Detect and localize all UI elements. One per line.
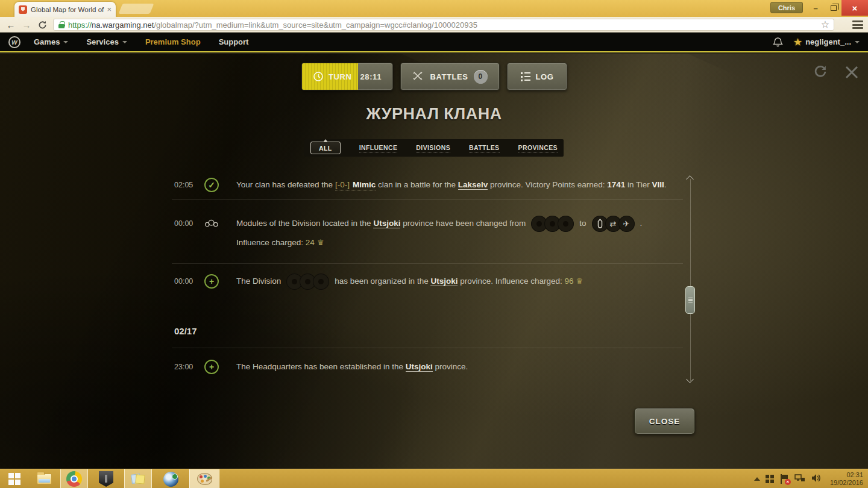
paint-button[interactable]	[189, 469, 219, 488]
chrome-icon	[66, 471, 82, 487]
bookmark-star-icon[interactable]: ☆	[821, 19, 829, 31]
entry-time: 00:00	[174, 272, 193, 291]
url-host: na.wargaming.net	[92, 20, 154, 30]
action-center-flag-icon[interactable]: ×	[779, 474, 789, 484]
browser-profile-button[interactable]: Chris	[770, 2, 803, 13]
scroll-up-icon[interactable]	[686, 175, 694, 183]
browser-menu-icon[interactable]	[852, 20, 863, 29]
turn-button[interactable]: TURN 28:11	[301, 63, 393, 90]
entry-divider	[172, 348, 683, 348]
nav-premium-shop[interactable]: Premium Shop	[145, 37, 201, 46]
entry-text: The Divisionhas been organized in the Ut…	[236, 272, 670, 291]
log-button[interactable]: LOG	[507, 63, 567, 90]
province-link[interactable]: Utsjoki	[430, 277, 458, 286]
refresh-log-button[interactable]	[812, 63, 829, 80]
scroll-down-icon[interactable]	[686, 375, 694, 383]
system-tray: × 02:31 19/02/2016	[754, 469, 868, 488]
province-link[interactable]: Utsjoki	[406, 362, 433, 372]
sticky-notes-button[interactable]	[124, 469, 152, 488]
tab-battles[interactable]: BATTLES	[469, 144, 499, 152]
daemon-tools-button[interactable]	[157, 469, 184, 488]
province-link[interactable]: Lakselv	[458, 180, 488, 190]
victory-points-value: 1741	[607, 180, 625, 189]
log-text-segment: Your clan has defeated the	[236, 180, 335, 189]
module-slot-plane-icon: ✈	[618, 216, 635, 232]
taskbar-clock[interactable]: 02:31 19/02/2016	[830, 471, 863, 487]
close-button[interactable]: CLOSE	[634, 408, 695, 434]
victory-check-icon: ✓	[204, 178, 219, 192]
volume-icon[interactable]	[811, 474, 821, 485]
close-overlay-icon[interactable]	[843, 63, 861, 81]
entry-time: 02:05	[174, 175, 193, 195]
nav-services-label: Services	[86, 37, 119, 46]
window-restore-button[interactable]	[826, 0, 841, 16]
tray-windows-icon[interactable]	[766, 475, 774, 483]
user-menu[interactable]: ★ negligent_...	[794, 37, 860, 48]
clan-link[interactable]: [-0-]Mimic	[335, 180, 376, 190]
sticky-notes-icon	[131, 473, 145, 485]
scrollbar-thumb[interactable]	[685, 286, 695, 314]
notification-bell-icon[interactable]	[773, 37, 783, 48]
log-text-segment: Modules of the Division located in the	[236, 219, 373, 228]
window-close-button[interactable]: ×	[841, 0, 868, 16]
forward-button[interactable]: →	[20, 19, 33, 31]
tab-provinces[interactable]: PROVINCES	[518, 144, 558, 152]
nav-games-label: Games	[34, 37, 60, 46]
browser-tab[interactable]: Global Map for World of T ×	[14, 2, 116, 17]
url-scheme: https://	[68, 20, 92, 30]
log-entry: 00:00 + The Divisionhas been organized i…	[174, 272, 684, 291]
clock-icon	[313, 71, 324, 82]
new-tab-button[interactable]	[119, 4, 154, 14]
network-icon[interactable]	[794, 474, 805, 485]
reload-button[interactable]	[36, 19, 48, 31]
influence-value: 96	[565, 277, 574, 286]
module-slots	[286, 272, 329, 291]
nav-games[interactable]: Games	[34, 37, 68, 46]
entry-divider	[172, 199, 683, 200]
reload-icon	[38, 20, 47, 30]
address-bar[interactable]: https://na.wargaming.net/globalmap/?utm_…	[53, 19, 834, 31]
paint-palette-icon	[197, 473, 212, 485]
site-nav: Games Services Premium Shop Support	[34, 37, 248, 46]
file-explorer-button[interactable]	[31, 469, 57, 488]
url-text: https://na.wargaming.net/globalmap/?utm_…	[68, 20, 477, 30]
plus-circle-icon: +	[204, 274, 219, 289]
show-hidden-icons-button[interactable]	[754, 477, 760, 481]
windows-logo-icon	[8, 473, 20, 485]
log-text-segment: The Headquarters has been established in…	[236, 362, 406, 371]
log-text-segment: province.	[433, 362, 468, 371]
scrollbar-track[interactable]	[690, 179, 691, 381]
tab-divisions[interactable]: DIVISIONS	[416, 144, 450, 152]
ssl-lock-icon[interactable]	[58, 21, 64, 28]
clan-tag: [-0-]	[335, 180, 350, 189]
back-button[interactable]: ←	[5, 19, 17, 31]
clan-emblem-icon: ★	[794, 37, 802, 48]
wargaming-logo-icon[interactable]: w	[8, 36, 20, 48]
log-filter-tabs: ALL INFLUENCE DIVISIONS BATTLES PROVINCE…	[304, 139, 564, 157]
crossed-swords-icon	[412, 71, 424, 82]
turn-button-content: TURN 28:11	[313, 71, 382, 82]
province-link[interactable]: Utsjoki	[373, 219, 400, 228]
log-label: LOG	[536, 72, 554, 81]
error-badge: ×	[785, 479, 791, 485]
tab-influence[interactable]: INFLUENCE	[359, 144, 398, 152]
log-entry: 23:00 + The Headquarters has been establ…	[174, 357, 684, 377]
battles-button[interactable]: BATTLES 0	[400, 63, 500, 90]
start-button[interactable]	[2, 469, 27, 488]
module-slots-after: ⇄✈	[592, 214, 635, 233]
window-minimize-button[interactable]: –	[808, 0, 823, 16]
tab-close-icon[interactable]: ×	[107, 5, 112, 13]
nav-support[interactable]: Support	[219, 37, 249, 46]
url-path: /globalmap/?utm_medium=link&utm_source=s…	[154, 20, 477, 30]
log-text-segment: to	[579, 219, 586, 228]
wot-shield-icon	[99, 471, 113, 487]
entry-text: The Headquarters has been established in…	[236, 357, 670, 377]
tab-all[interactable]: ALL	[310, 142, 341, 154]
chrome-taskbar-button[interactable]	[60, 469, 88, 488]
module-slot-empty	[313, 274, 329, 290]
wot-taskbar-button[interactable]	[93, 469, 119, 488]
log-text-segment: province. Influence charged:	[458, 277, 564, 286]
site-header: w Games Services Premium Shop Support ★ …	[0, 33, 868, 52]
nav-services[interactable]: Services	[86, 37, 127, 46]
clock-time: 02:31	[830, 471, 863, 479]
